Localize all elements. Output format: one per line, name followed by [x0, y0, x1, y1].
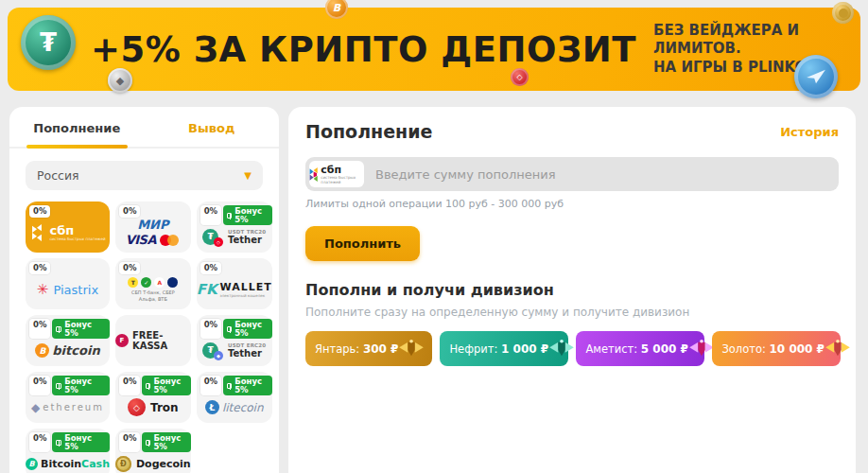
- chip-name: сбп: [321, 165, 364, 175]
- commission-badge: 0%: [200, 205, 221, 225]
- sbp-logo-icon: [29, 224, 44, 241]
- method-tile-fk-wallet[interactable]: 0% FK WALLET электронный кошелек: [197, 258, 272, 309]
- division-amount: 10 000 ₽: [770, 342, 825, 356]
- payment-methods-grid: 0% сбп система быстрых платежей 0% МИР V…: [26, 201, 263, 473]
- bitcoin-icon: B: [35, 343, 49, 358]
- division-card-nephrite[interactable]: Нефрит: 1 000 ₽: [440, 331, 568, 366]
- division-amount: 300 ₽: [363, 342, 399, 356]
- method-name-part-1: Bitcoin: [41, 458, 81, 470]
- division-card-amber[interactable]: Янтарь: 300 ₽: [305, 331, 432, 366]
- method-name: litecoin: [222, 401, 264, 414]
- ton-coin-icon: [794, 55, 838, 98]
- division-title: Пополни и получи дивизион: [305, 281, 839, 299]
- gold-coin-icon: [832, 2, 854, 24]
- division-amount: 5 000 ₽: [641, 342, 688, 356]
- dogecoin-icon: Ð: [115, 456, 131, 472]
- division-name: Нефрит:: [449, 342, 497, 356]
- method-tile-bitcoin[interactable]: 0% Бонус 5% B bitcoin: [26, 315, 110, 366]
- method-name: bitcoin: [52, 343, 99, 358]
- vtb-icon: [167, 277, 178, 288]
- mastercard-logo-icon: [160, 235, 181, 246]
- ethereum-coin-icon: ◆: [108, 68, 132, 93]
- gift-icon: [227, 326, 232, 332]
- method-name: Dogecoin: [136, 458, 191, 470]
- tron-icon: ◇: [128, 398, 146, 416]
- tether-trc20-icon: ₮ ◇: [202, 229, 223, 246]
- promo-subline-1: БЕЗ ВЕЙДЖЕРА И ЛИМИТОВ.: [653, 22, 860, 59]
- payment-sidebar: Пополнение Вывод Россия ▼ 0% сбп система…: [9, 107, 279, 473]
- bonus-badge: Бонус 5%: [52, 319, 110, 339]
- method-subtitle: электронный кошелек: [220, 293, 272, 298]
- method-tile-sbp[interactable]: 0% сбп система быстрых платежей: [26, 201, 110, 253]
- banks-line-2: Альфа, ВТБ: [131, 296, 175, 303]
- tether-erc20-icon: ₮ ◆: [202, 342, 223, 359]
- method-tile-bitcoincash[interactable]: 0% Бонус 5% B BitcoinCash: [26, 429, 110, 473]
- commission-badge: 0%: [200, 262, 221, 274]
- bonus-badge: Бонус 5%: [142, 432, 190, 452]
- country-select[interactable]: Россия ▼: [26, 161, 263, 190]
- gift-icon: [56, 440, 61, 446]
- banks-line-1: СБП Т-банк, СБЕР: [131, 289, 175, 296]
- sber-icon: ✓: [141, 277, 151, 288]
- commission-badge: 0%: [29, 319, 50, 339]
- tron-coin-icon: ◇: [511, 68, 529, 86]
- commission-badge: 0%: [119, 262, 140, 274]
- method-name: Piastrix: [53, 283, 98, 297]
- page-title: Пополнение: [305, 121, 432, 142]
- method-name: WALLET: [220, 281, 272, 293]
- bonus-badge: Бонус 5%: [223, 205, 272, 225]
- commission-badge: 0%: [29, 262, 50, 274]
- litecoin-icon: Ł: [205, 400, 219, 414]
- method-tile-tron[interactable]: 0% Бонус 5% ◇ Tron: [115, 372, 191, 423]
- bonus-badge: Бонус 5%: [52, 376, 110, 395]
- bonus-badge: Бонус 5%: [223, 376, 272, 395]
- method-name: Tether: [228, 235, 266, 245]
- division-emblem-icon: [548, 339, 575, 359]
- deposit-button[interactable]: Пополнить: [305, 226, 420, 261]
- method-tile-mir-visa[interactable]: 0% МИР VISA: [115, 201, 191, 253]
- amount-input[interactable]: [364, 167, 835, 182]
- commission-badge: 0%: [29, 376, 50, 395]
- method-tile-tether-trc20[interactable]: 0% Бонус 5% ₮ ◇ USDT TRC20 Tether: [197, 201, 272, 253]
- bonus-badge: Бонус 5%: [142, 376, 190, 395]
- method-tile-free-kassa[interactable]: F FREE-KASSA: [115, 315, 191, 366]
- bank-icons: Т ✓ А: [128, 277, 178, 288]
- method-name-part-2: Cash: [81, 458, 110, 470]
- commission-badge: 0%: [119, 205, 140, 218]
- deposit-panel: Пополнение История сбп система быстрых п…: [288, 107, 856, 473]
- chevron-down-icon: ▼: [244, 170, 252, 181]
- commission-badge: 0%: [119, 376, 140, 395]
- gift-icon: [56, 383, 61, 389]
- promo-headline: +5% ЗА КРИПТО ДЕПОЗИТ: [91, 29, 636, 70]
- free-kassa-icon: F: [115, 334, 129, 347]
- alfabank-icon: А: [154, 277, 165, 288]
- amount-input-row: сбп система быстрых платежей: [305, 157, 839, 191]
- gift-icon: [56, 326, 61, 332]
- method-tile-piastrix[interactable]: 0% ✳ Piastrix: [26, 258, 110, 309]
- method-tile-dogecoin[interactable]: 0% Бонус 5% Ð Dogecoin: [115, 429, 191, 473]
- division-card-amethyst[interactable]: Аметист: 5 000 ₽: [576, 331, 704, 366]
- method-tile-litecoin[interactable]: 0% Бонус 5% Ł litecoin: [197, 372, 272, 423]
- method-tile-tether-erc20[interactable]: 0% Бонус 5% ₮ ◆ USDT ERC20 Tether: [197, 315, 272, 366]
- method-tile-banks[interactable]: 0% Т ✓ А СБП Т-банк, СБЕР Альфа, ВТБ: [115, 258, 191, 309]
- tab-deposit[interactable]: Пополнение: [9, 107, 145, 147]
- method-name: Tether: [228, 348, 266, 359]
- history-link[interactable]: История: [780, 125, 839, 139]
- commission-badge: 0%: [200, 376, 221, 395]
- division-card-gold[interactable]: Золото: 10 000 ₽: [712, 331, 841, 366]
- tab-withdraw[interactable]: Вывод: [145, 107, 280, 147]
- country-select-value: Россия: [37, 168, 79, 183]
- bonus-badge: Бонус 5%: [223, 319, 272, 339]
- chip-subtitle: система быстрых платежей: [321, 175, 364, 184]
- method-tile-ethereum[interactable]: 0% Бонус 5% ◆ ethereum: [26, 372, 110, 423]
- sidebar-tabs: Пополнение Вывод: [9, 107, 279, 149]
- fk-logo: FK: [197, 281, 217, 298]
- method-name: ethereum: [43, 402, 104, 412]
- tbank-icon: Т: [128, 277, 138, 288]
- commission-badge: 0%: [29, 432, 50, 452]
- method-subtitle: система быстрых платежей: [49, 236, 105, 241]
- bonus-badge: Бонус 5%: [52, 432, 110, 452]
- selected-method-chip: сбп система быстрых платежей: [309, 161, 364, 187]
- method-name: Tron: [150, 401, 179, 414]
- sbp-logo-icon: [309, 167, 318, 182]
